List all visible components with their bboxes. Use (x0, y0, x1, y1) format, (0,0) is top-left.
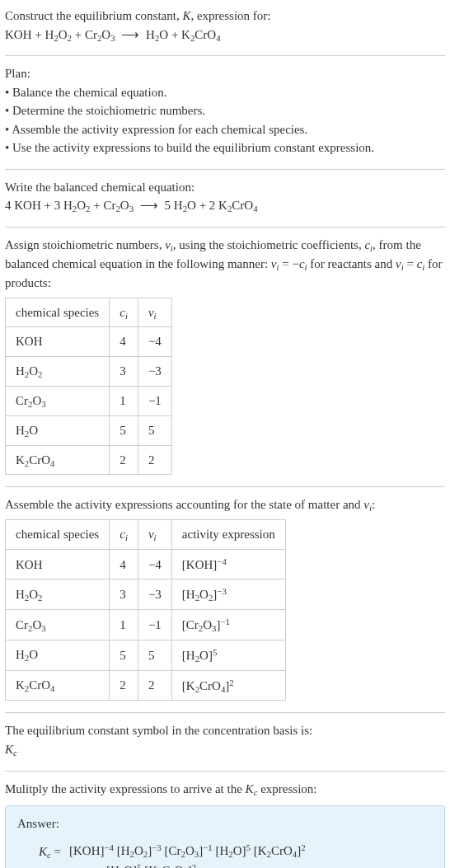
answer-box: Answer: Kc = [KOH]−4 [H2O2]−3 [Cr2O3]−1 … (5, 805, 445, 868)
table-row: H2O23−3 (6, 356, 172, 386)
table-row: Cr2O31−1[Cr2O3]−1 (6, 610, 286, 640)
multiply-section: Mulitply the activity expressions to arr… (5, 771, 445, 868)
multiply-heading: Mulitply the activity expressions to arr… (5, 780, 445, 799)
table-header-row: chemical species ci νi activity expressi… (6, 520, 286, 550)
table-row: Cr2O31−1 (6, 386, 172, 415)
plan-item: • Assemble the activity expression for e… (5, 120, 445, 139)
table-row: KOH4−4 (6, 327, 172, 357)
plan-section: Plan: • Balance the chemical equation. •… (5, 55, 445, 169)
kc-symbol: Kc = (39, 841, 61, 861)
kc-expanded: [KOH]−4 [H2O2]−3 [Cr2O3]−1 [H2O]5 [K2CrO… (69, 841, 306, 861)
activity-section: Assemble the activity expressions accoun… (5, 486, 445, 712)
table-row: KOH4−4[KOH]−4 (6, 550, 286, 579)
col-activity: activity expression (171, 520, 285, 550)
stoich-table: chemical species ci νi KOH4−4 H2O23−3 Cr… (5, 298, 172, 476)
col-species: chemical species (6, 520, 110, 550)
table-row: K2CrO422 (6, 445, 172, 475)
col-species: chemical species (6, 298, 110, 327)
col-ci: ci (110, 298, 138, 327)
balanced-equation: 4 KOH + 3 H2O2 + Cr2O3 ⟶ 5 H2O + 2 K2CrO… (5, 196, 445, 215)
plan-item: • Determine the stoichiometric numbers. (5, 101, 445, 120)
table-header-row: chemical species ci νi (6, 298, 172, 327)
table-row: H2O55[H2O]5 (6, 640, 286, 670)
table-row: K2CrO422[K2CrO4]2 (6, 670, 286, 701)
col-vi: νi (138, 298, 171, 327)
intro-section: Construct the equilibrium constant, K, e… (5, 7, 445, 55)
col-vi: νi (138, 520, 171, 550)
activity-table: chemical species ci νi activity expressi… (5, 519, 286, 701)
stoich-section: Assign stoichiometric numbers, νi, using… (5, 227, 445, 486)
table-row: H2O55 (6, 415, 172, 445)
plan-item: • Balance the chemical equation. (5, 83, 445, 102)
balanced-section: Write the balanced chemical equation: 4 … (5, 169, 445, 227)
symbol-value: Kc (5, 740, 445, 759)
answer-label: Answer: (17, 814, 433, 833)
symbol-section: The equilibrium constant symbol in the c… (5, 712, 445, 770)
intro-equation: KOH + H2O2 + Cr2O3 ⟶ H2O + K2CrO4 (5, 26, 445, 45)
kc-expression: Kc = [KOH]−4 [H2O2]−3 [Cr2O3]−1 [H2O]5 [… (39, 841, 433, 868)
symbol-heading: The equilibrium constant symbol in the c… (5, 721, 445, 740)
activity-heading: Assemble the activity expressions accoun… (5, 495, 445, 514)
fraction-numerator: [H2O]5 [K2CrO4]2 (87, 861, 217, 868)
plan-item: • Use the activity expressions to build … (5, 138, 445, 157)
page: Construct the equilibrium constant, K, e… (0, 0, 450, 868)
plan-heading: Plan: (5, 64, 445, 83)
col-ci: ci (110, 520, 138, 550)
stoich-heading: Assign stoichiometric numbers, νi, using… (5, 236, 445, 292)
intro-line1: Construct the equilibrium constant, K, e… (5, 7, 445, 26)
balanced-heading: Write the balanced chemical equation: (5, 178, 445, 197)
kc-fraction: = [H2O]5 [K2CrO4]2 [KOH]4 [H2O2]3 [Cr2O3… (69, 861, 306, 868)
table-row: H2O23−3[H2O2]−3 (6, 579, 286, 610)
